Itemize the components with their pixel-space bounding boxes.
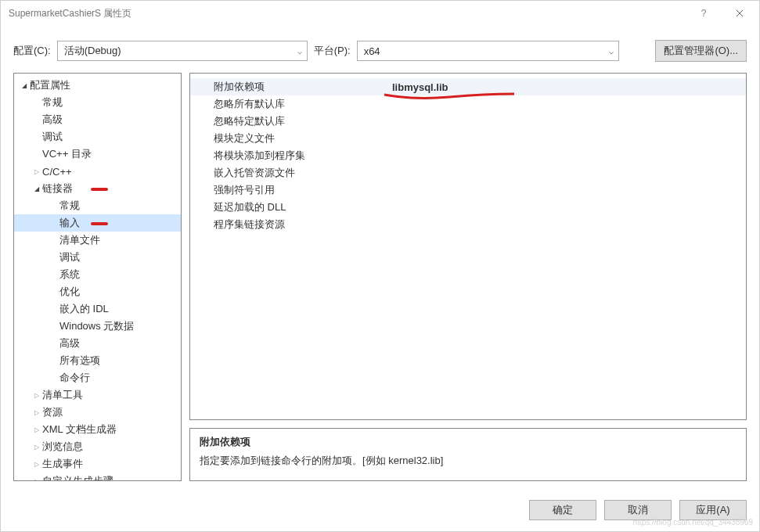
property-window: SupermarketCashierS 属性页 ? 配置(C): 活动(Debu… xyxy=(0,0,760,532)
ok-button[interactable]: 确定 xyxy=(529,500,596,520)
property-label: 附加依赖项 xyxy=(190,80,387,94)
tree-debug[interactable]: 调试 xyxy=(14,128,181,146)
property-row[interactable]: 嵌入托管资源文件 xyxy=(190,164,746,182)
property-row[interactable]: 将模块添加到程序集 xyxy=(190,147,746,164)
close-icon xyxy=(736,9,744,17)
expand-icon[interactable] xyxy=(19,82,30,89)
expand-icon[interactable] xyxy=(31,185,42,192)
property-row[interactable]: 程序集链接资源 xyxy=(190,216,746,233)
close-button[interactable] xyxy=(722,2,758,25)
chevron-down-icon: ⌵ xyxy=(297,47,302,56)
config-manager-button[interactable]: 配置管理器(O)... xyxy=(655,40,747,62)
platform-value: x64 xyxy=(364,45,380,57)
property-label: 程序集链接资源 xyxy=(190,217,387,232)
expand-icon[interactable] xyxy=(31,168,42,175)
expand-icon[interactable] xyxy=(31,478,42,482)
tree-linker-optimize[interactable]: 优化 xyxy=(14,283,181,300)
property-value[interactable]: libmysql.lib xyxy=(387,81,746,93)
property-label: 强制符号引用 xyxy=(190,183,387,197)
property-row[interactable]: 延迟加载的 DLL xyxy=(190,199,746,216)
tree-linker-advanced[interactable]: 高级 xyxy=(14,335,181,352)
property-row[interactable]: 忽略特定默认库 xyxy=(190,113,746,130)
help-button[interactable]: ? xyxy=(686,2,722,25)
tree-panel[interactable]: 配置属性 常规 高级 调试 VC++ 目录 C/C++ 链接器 常规 输入 清单… xyxy=(13,73,182,481)
property-label: 模块定义文件 xyxy=(190,131,387,146)
tree-manifest-tool[interactable]: 清单工具 xyxy=(14,386,181,404)
right-panel: 附加依赖项libmysql.lib忽略所有默认库忽略特定默认库模块定义文件将模块… xyxy=(189,73,747,481)
cancel-button[interactable]: 取消 xyxy=(604,500,672,520)
property-label: 忽略特定默认库 xyxy=(190,114,387,128)
tree-linker-input[interactable]: 输入 xyxy=(14,214,181,232)
window-title: SupermarketCashierS 属性页 xyxy=(9,7,686,20)
properties-grid[interactable]: 附加依赖项libmysql.lib忽略所有默认库忽略特定默认库模块定义文件将模块… xyxy=(189,73,747,420)
tree-linker[interactable]: 链接器 xyxy=(14,180,181,197)
tree-general[interactable]: 常规 xyxy=(14,94,181,111)
tree-browse-info[interactable]: 浏览信息 xyxy=(14,438,181,455)
tree-linker-general[interactable]: 常规 xyxy=(14,197,181,214)
annotation-mark xyxy=(91,222,108,225)
tree-root[interactable]: 配置属性 xyxy=(14,77,181,94)
annotation-underline xyxy=(383,92,516,105)
property-label: 延迟加载的 DLL xyxy=(190,200,387,214)
config-label: 配置(C): xyxy=(13,44,51,58)
tree-xml-doc[interactable]: XML 文档生成器 xyxy=(14,421,181,438)
property-label: 忽略所有默认库 xyxy=(190,97,387,111)
tree-advanced[interactable]: 高级 xyxy=(14,111,181,128)
property-row[interactable]: 模块定义文件 xyxy=(190,130,746,147)
tree-linker-winmeta[interactable]: Windows 元数据 xyxy=(14,318,181,335)
tree-resources[interactable]: 资源 xyxy=(14,404,181,421)
expand-icon[interactable] xyxy=(31,444,42,451)
platform-label: 平台(P): xyxy=(314,44,351,58)
toolbar: 配置(C): 活动(Debug) ⌵ 平台(P): x64 ⌵ 配置管理器(O)… xyxy=(1,26,759,73)
tree-vcpp[interactable]: VC++ 目录 xyxy=(14,146,181,163)
tree-custom-build[interactable]: 自定义生成步骤 xyxy=(14,473,181,481)
property-row[interactable]: 强制符号引用 xyxy=(190,182,746,199)
tree-linker-manifest[interactable]: 清单文件 xyxy=(14,232,181,249)
expand-icon[interactable] xyxy=(31,392,42,399)
tree-linker-debug[interactable]: 调试 xyxy=(14,249,181,266)
tree-linker-system[interactable]: 系统 xyxy=(14,266,181,283)
annotation-mark xyxy=(91,188,108,191)
config-value: 活动(Debug) xyxy=(64,44,121,58)
description-panel: 附加依赖项 指定要添加到链接命令行的附加项。[例如 kernel32.lib] xyxy=(189,428,747,481)
config-dropdown[interactable]: 活动(Debug) ⌵ xyxy=(57,41,308,61)
property-label: 嵌入托管资源文件 xyxy=(190,166,387,180)
body: 配置属性 常规 高级 调试 VC++ 目录 C/C++ 链接器 常规 输入 清单… xyxy=(1,73,759,491)
titlebar: SupermarketCashierS 属性页 ? xyxy=(1,1,759,26)
chevron-down-icon: ⌵ xyxy=(609,47,614,56)
tree-linker-all[interactable]: 所有选项 xyxy=(14,352,181,369)
tree-build-events[interactable]: 生成事件 xyxy=(14,455,181,473)
tree-linker-idl[interactable]: 嵌入的 IDL xyxy=(14,300,181,318)
footer: 确定 取消 应用(A) xyxy=(1,491,759,531)
property-row[interactable]: 附加依赖项libmysql.lib xyxy=(190,78,746,95)
property-label: 将模块添加到程序集 xyxy=(190,149,387,163)
tree-ccpp[interactable]: C/C++ xyxy=(14,163,181,180)
expand-icon[interactable] xyxy=(31,461,42,468)
description-title: 附加依赖项 xyxy=(200,435,737,449)
description-text: 指定要添加到链接命令行的附加项。[例如 kernel32.lib] xyxy=(200,454,737,468)
expand-icon[interactable] xyxy=(31,426,42,433)
tree-linker-cmdline[interactable]: 命令行 xyxy=(14,369,181,386)
platform-dropdown[interactable]: x64 ⌵ xyxy=(357,41,619,61)
apply-button[interactable]: 应用(A) xyxy=(679,500,747,520)
expand-icon[interactable] xyxy=(31,409,42,416)
